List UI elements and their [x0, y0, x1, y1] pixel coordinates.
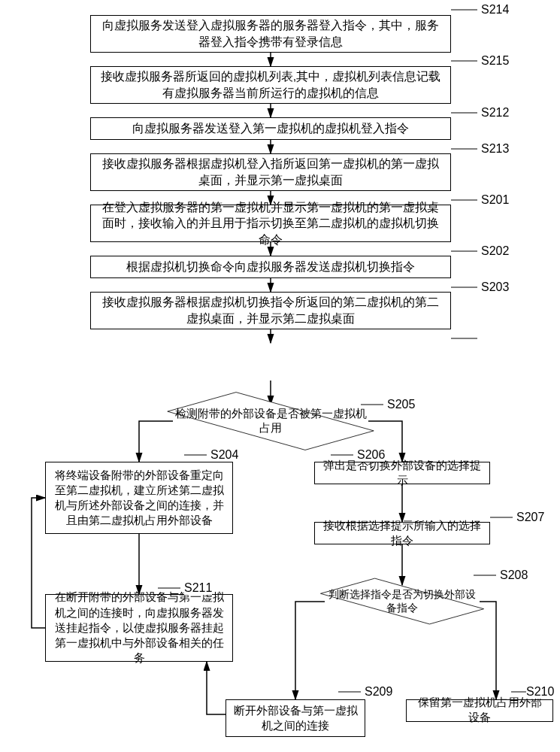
node-text: 向虚拟服务发送登入虚拟服务器的服务器登入指令，其中，服务器登入指令携带有登录信息	[97, 17, 444, 50]
label-S212: S212	[481, 106, 509, 120]
node-text: 在登入虚拟服务器的第一虚拟机并显示第一虚拟机的第一虚拟桌面时，接收输入的并且用于…	[97, 199, 444, 248]
node-text: 接收虚拟服务器根据虚拟机切换指令所返回的第二虚拟机的第二虚拟桌面，并显示第二虚拟…	[97, 294, 444, 326]
node-text: 检测附带的外部设备是否被第一虚拟机占用	[173, 407, 368, 435]
node-S206: 弹出是否切换外部设备的选择提示	[314, 462, 490, 484]
node-S201: 在登入虚拟服务器的第一虚拟机并显示第一虚拟机的第一虚拟桌面时，接收输入的并且用于…	[90, 205, 451, 242]
label-S202: S202	[481, 244, 509, 258]
label-S211: S211	[184, 581, 212, 595]
label-S209: S209	[365, 685, 392, 699]
label-S207: S207	[516, 511, 544, 524]
node-S210: 保留第一虚拟机占用外部设备	[406, 699, 553, 722]
node-S209: 断开外部设备与第一虚拟机之间的连接	[226, 699, 365, 737]
node-S215: 接收虚拟服务器所返回的虚拟机列表,其中，虚拟机列表信息记载有虚拟服务器当前所运行…	[90, 66, 451, 104]
node-S208: 判断选择指令是否为切换外部设备指令	[325, 562, 480, 640]
label-S214: S214	[481, 3, 509, 17]
label-S206: S206	[357, 448, 385, 462]
node-text: 判断选择指令是否为切换外部设备指令	[325, 588, 480, 614]
node-text: 接收根据选择提示所输入的选择指令	[321, 518, 483, 549]
node-S207: 接收根据选择提示所输入的选择指令	[314, 522, 490, 544]
node-S214: 向虚拟服务发送登入虚拟服务器的服务器登入指令，其中，服务器登入指令携带有登录信息	[90, 15, 451, 53]
node-text: 向虚拟服务器发送登入第一虚拟机的虚拟机登入指令	[132, 120, 409, 137]
node-text: 保留第一虚拟机占用外部设备	[413, 696, 546, 725]
label-S213: S213	[481, 142, 509, 156]
node-text: 接收虚拟服务器根据虚拟机登入指所返回第一虚拟机的第一虚拟桌面，并显示第一虚拟桌面	[97, 156, 444, 188]
node-S205: 检测附带的外部设备是否被第一虚拟机占用	[173, 372, 368, 470]
node-S204: 将终端设备附带的外部设备重定向至第二虚拟机，建立所述第二虚拟机与所述外部设备之间…	[45, 462, 233, 534]
label-S201: S201	[481, 193, 509, 207]
label-S203: S203	[481, 280, 509, 294]
node-text: 将终端设备附带的外部设备重定向至第二虚拟机，建立所述第二虚拟机与所述外部设备之间…	[52, 468, 226, 529]
label-S210: S210	[526, 685, 554, 699]
node-text: 在断开附带的外部设备与第一虚拟机之间的连接时，向虚拟服务器发送挂起指令，以使虚拟…	[52, 590, 226, 666]
node-S203: 接收虚拟服务器根据虚拟机切换指令所返回的第二虚拟机的第二虚拟桌面，并显示第二虚拟…	[90, 292, 451, 329]
node-S212: 向虚拟服务器发送登入第一虚拟机的虚拟机登入指令	[90, 117, 451, 140]
label-S204: S204	[210, 448, 238, 462]
node-text: 根据虚拟机切换命令向虚拟服务器发送虚拟机切换指令	[126, 259, 415, 275]
node-S213: 接收虚拟服务器根据虚拟机登入指所返回第一虚拟机的第一虚拟桌面，并显示第一虚拟桌面	[90, 153, 451, 191]
node-S202: 根据虚拟机切换命令向虚拟服务器发送虚拟机切换指令	[90, 256, 451, 278]
label-S215: S215	[481, 54, 509, 68]
label-S208: S208	[500, 569, 528, 582]
node-text: 接收虚拟服务器所返回的虚拟机列表,其中，虚拟机列表信息记载有虚拟服务器当前所运行…	[97, 68, 444, 101]
label-S205: S205	[387, 398, 415, 411]
node-S211: 在断开附带的外部设备与第一虚拟机之间的连接时，向虚拟服务器发送挂起指令，以使虚拟…	[45, 594, 233, 662]
node-text: 弹出是否切换外部设备的选择提示	[321, 458, 483, 489]
flowchart-canvas: 向虚拟服务发送登入虚拟服务器的服务器登入指令，其中，服务器登入指令携带有登录信息…	[0, 0, 560, 752]
node-text: 断开外部设备与第一虚拟机之间的连接	[232, 703, 359, 734]
